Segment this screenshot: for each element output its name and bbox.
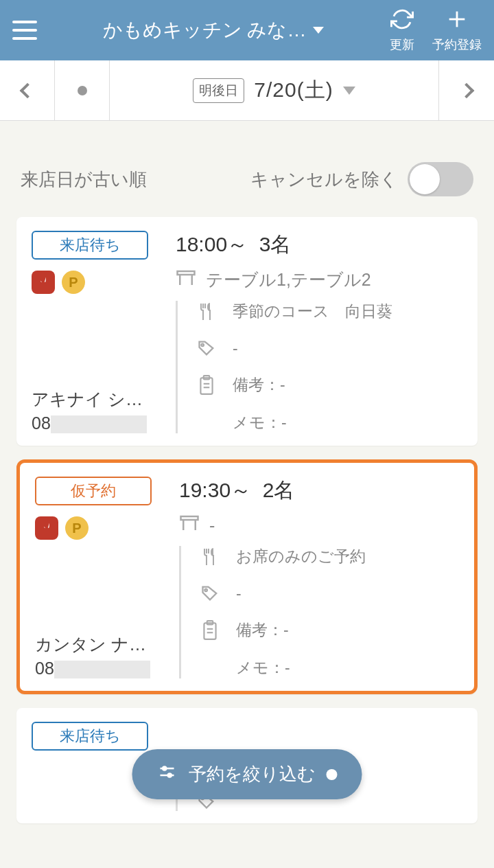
store-selector[interactable]: かもめキッチン みな…	[37, 17, 390, 43]
next-day-button[interactable]	[439, 60, 494, 120]
tag-icon	[197, 339, 216, 358]
customer-phone: 08	[32, 413, 162, 433]
svg-rect-2	[178, 271, 195, 275]
table-icon	[179, 514, 200, 536]
date-relative-badge: 明後日	[193, 78, 244, 103]
clipboard-icon	[200, 620, 220, 641]
svg-point-22	[168, 774, 172, 777]
cutlery-icon	[200, 547, 220, 567]
refresh-label: 更新	[390, 36, 414, 53]
chevron-down-icon	[343, 87, 355, 95]
tag-row: -	[197, 339, 462, 358]
refresh-button[interactable]: 更新	[390, 8, 414, 53]
add-reservation-button[interactable]: 予約登録	[432, 8, 482, 53]
table-row: テーブル1,テーブル2	[176, 269, 462, 291]
status-badge: 来店待ち	[32, 231, 148, 260]
date-picker[interactable]: 明後日 7/20(土)	[110, 60, 439, 120]
exclude-cancel-label: キャンセルを除く	[250, 168, 398, 192]
tag-row: -	[200, 584, 459, 603]
prev-day-button[interactable]	[0, 60, 55, 120]
customer-phone: 08	[35, 659, 165, 678]
chevron-right-icon	[459, 82, 475, 98]
sliders-icon	[157, 762, 178, 787]
source-badge-p: P	[62, 271, 85, 294]
app-header: かもめキッチン みな… 更新 予約登録	[0, 0, 494, 60]
refresh-icon	[390, 8, 414, 34]
indicator-dot-icon	[327, 769, 338, 780]
today-button[interactable]	[55, 60, 110, 120]
memo-row: メモ：-	[200, 657, 459, 678]
time-party: 19:30～ 2名	[179, 477, 459, 505]
svg-rect-14	[204, 623, 215, 639]
date-text: 7/20(土)	[254, 76, 333, 104]
course-row: お席のみのご予約	[200, 546, 459, 567]
register-label: 予約登録	[432, 36, 482, 53]
exclude-cancel-toggle[interactable]	[408, 162, 473, 196]
sort-label[interactable]: 来店日が古い順	[21, 168, 147, 192]
filter-row: 来店日が古い順 キャンセルを除く	[0, 121, 494, 217]
svg-rect-6	[200, 378, 212, 394]
clipboard-icon	[197, 375, 216, 396]
svg-point-20	[163, 767, 166, 770]
table-icon	[176, 269, 196, 291]
app-title: かもめキッチン みな…	[103, 17, 307, 43]
status-badge: 来店待ち	[32, 722, 148, 751]
svg-point-13	[204, 589, 207, 592]
cutlery-icon	[197, 302, 216, 321]
svg-point-5	[201, 344, 204, 347]
menu-icon[interactable]	[12, 21, 37, 40]
source-badge-p: P	[65, 516, 89, 540]
source-badge-h	[35, 516, 58, 540]
time-party: 18:00～ 3名	[176, 231, 462, 259]
filter-fab[interactable]: 予約を絞り込む	[132, 749, 362, 799]
status-badge: 仮予約	[35, 477, 152, 505]
date-navigation: 明後日 7/20(土)	[0, 60, 494, 121]
reservation-card[interactable]: 仮予約 P カンタン ナ… 08 19:30～ 2名 - お席のみのご予約 - …	[16, 459, 478, 694]
plus-icon	[445, 8, 469, 34]
customer-name: アキナイ シ…	[32, 388, 162, 411]
table-row: -	[179, 514, 459, 536]
chevron-left-icon	[19, 82, 35, 98]
course-row: 季節のコース 向日葵	[197, 301, 462, 322]
reservation-card[interactable]: 来店待ち P アキナイ シ… 08 18:00～ 3名 テーブル1,テーブル2 …	[16, 217, 478, 446]
reservation-list: 来店待ち P アキナイ シ… 08 18:00～ 3名 テーブル1,テーブル2 …	[0, 217, 494, 823]
source-badge-h	[32, 271, 55, 294]
chevron-down-icon	[313, 27, 324, 34]
note-row: 備考：-	[197, 374, 462, 396]
tag-icon	[200, 584, 220, 603]
memo-row: メモ：-	[197, 412, 462, 433]
svg-rect-10	[181, 516, 198, 520]
dot-icon	[78, 86, 87, 95]
toggle-knob	[410, 164, 440, 194]
customer-name: カンタン ナ…	[35, 633, 165, 656]
fab-label: 予約を絞り込む	[189, 762, 316, 786]
note-row: 備考：-	[200, 619, 459, 641]
